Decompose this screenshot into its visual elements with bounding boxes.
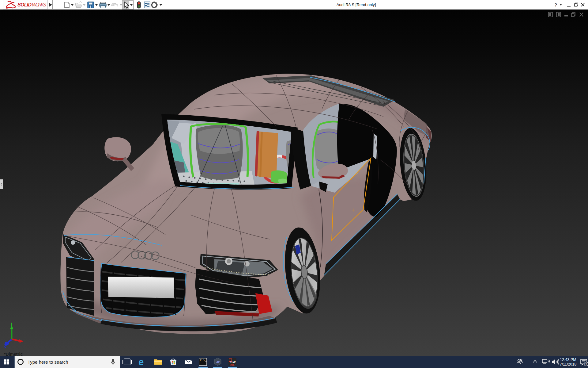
svg-text:2: 2 [585,362,587,366]
svg-text:Type here to search: Type here to search [28,359,68,365]
svg-text:12:43 PM: 12:43 PM [560,358,576,362]
svg-text:Audi R8 S [Read-only]: Audi R8 S [Read-only] [337,2,376,7]
svg-text:SOLID: SOLID [17,2,32,7]
svg-text:WORKS: WORKS [32,2,46,7]
svg-text:2017: 2017 [230,363,236,366]
svg-text:C:\_: C:\_ [200,359,207,362]
svg-text:?: ? [554,2,557,7]
svg-text:e: e [138,357,144,367]
svg-text:7/11/2018: 7/11/2018 [560,362,577,366]
